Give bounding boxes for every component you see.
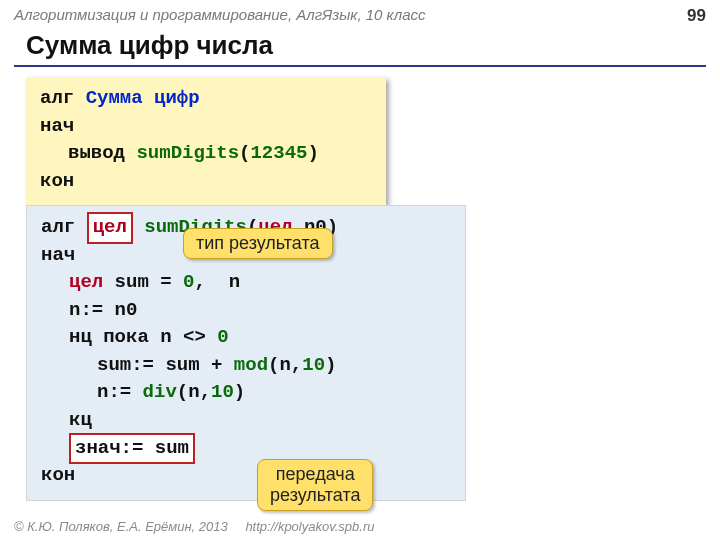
call-arg: 12345 [250, 142, 307, 164]
callout-return-l2: результата [270, 485, 360, 505]
kw-output: вывод [68, 142, 125, 164]
var-type: цел [69, 271, 103, 293]
kw-endloop: кц [41, 407, 92, 435]
page-number: 99 [687, 6, 706, 26]
footer-copyright: © К.Ю. Поляков, Е.А. Ерёмин, 2013 [14, 519, 228, 534]
kw-end: кон [40, 170, 74, 192]
page-title: Сумма цифр числа [0, 28, 720, 65]
call-func: sumDigits [136, 142, 239, 164]
n-expr-c: ) [234, 381, 245, 403]
kw-alg2: алг [41, 216, 75, 238]
num-zero2: 0 [217, 326, 228, 348]
return-stmt-box: знач:= sum [69, 433, 195, 465]
alg-name: Сумма цифр [86, 87, 200, 109]
callout-return-l1: передача [276, 464, 355, 484]
code-example-main: алг Сумма цифр нач вывод sumDigits(12345… [26, 77, 386, 205]
return-type-box: цел [87, 212, 133, 244]
num-zero: 0 [183, 271, 194, 293]
callout-return-result: передача результата [257, 459, 373, 510]
sum-expr-a: sum:= sum + [97, 354, 234, 376]
var-decl: sum = [103, 271, 183, 293]
kw-begin: нач [40, 115, 74, 137]
kw-begin2: нач [41, 244, 75, 266]
mod-func: mod [234, 354, 268, 376]
course-label: Алгоритмизация и программирование, АлгЯз… [14, 6, 426, 26]
header-bar: Алгоритмизация и программирование, АлгЯз… [0, 0, 720, 28]
assign-n: n:= n0 [41, 297, 137, 325]
paren-open: ( [239, 142, 250, 164]
sum-expr-b: (n, [268, 354, 302, 376]
return-type: цел [93, 216, 127, 238]
code-function-def: алг цел sumDigits(цел n0) нач цел sum = … [26, 205, 466, 500]
div-func: div [143, 381, 177, 403]
n-expr-a: n:= [97, 381, 143, 403]
kw-alg: алг [40, 87, 74, 109]
title-rule [14, 65, 706, 67]
sum-expr-c: ) [325, 354, 336, 376]
while-head: нц пока n <> [69, 326, 217, 348]
return-stmt: знач:= sum [75, 437, 189, 459]
kw-end2: кон [41, 464, 75, 486]
num-ten2: 10 [211, 381, 234, 403]
footer-url: http://kpolyakov.spb.ru [245, 519, 374, 534]
num-ten1: 10 [302, 354, 325, 376]
n-expr-b: (n, [177, 381, 211, 403]
var-n: , n [194, 271, 240, 293]
footer: © К.Ю. Поляков, Е.А. Ерёмин, 2013 http:/… [14, 519, 374, 534]
callout-type-result: тип результата [183, 228, 333, 259]
paren-close: ) [307, 142, 318, 164]
